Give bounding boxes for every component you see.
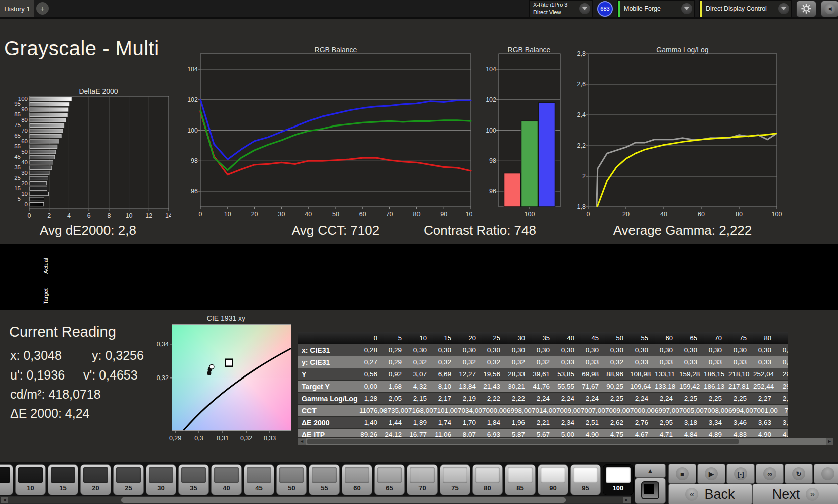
level-label: 35 — [179, 484, 208, 492]
table-cell: 8,10 — [433, 381, 458, 393]
level-button-90[interactable]: 90 — [538, 464, 568, 495]
scroll-left-icon[interactable]: ◄ — [298, 438, 306, 445]
svg-text:0,33: 0,33 — [264, 435, 276, 442]
level-label: 25 — [114, 484, 143, 492]
svg-text:0,29: 0,29 — [169, 435, 181, 442]
source-selector[interactable]: Mobile Forge — [617, 0, 695, 18]
chevron-down-icon[interactable] — [579, 3, 590, 14]
table-cell: 12,27 — [458, 368, 482, 381]
stat-average-gamma: Average Gamma: 2,222 — [588, 223, 777, 238]
levels-scrollbar-thumb[interactable] — [121, 497, 566, 503]
next-button[interactable]: Next » — [752, 484, 838, 504]
table-cell: 108,98 — [630, 368, 655, 381]
level-button-85[interactable]: 85 — [505, 464, 536, 495]
level-button-30[interactable]: 30 — [146, 464, 176, 495]
level-patch — [83, 467, 108, 483]
scroll-right-icon[interactable]: ► — [826, 438, 833, 445]
back-button[interactable]: « Back — [668, 484, 752, 504]
blank-button[interactable] — [814, 464, 838, 484]
svg-text:2,8: 2,8 — [577, 50, 586, 57]
table-cell: 4,89 — [704, 429, 728, 437]
level-button-75[interactable]: 75 — [440, 464, 470, 495]
reading-v: v': 0,4653 — [83, 368, 138, 383]
divider — [0, 17, 838, 19]
column-header-0: 0 — [359, 332, 384, 344]
table-cell: 0,30 — [408, 344, 433, 356]
table-cell: 1,96 — [507, 417, 532, 429]
table-cell: 2,25 — [605, 393, 630, 405]
stop-button[interactable]: ■ — [668, 464, 696, 484]
level-button-35[interactable]: 35 — [178, 464, 209, 495]
level-button-15[interactable]: 15 — [48, 464, 78, 495]
table-cell: 0,29 — [384, 356, 408, 368]
level-button-60[interactable]: 60 — [342, 464, 372, 495]
column-header-85: 85 — [778, 332, 788, 344]
level-button-80[interactable]: 80 — [472, 464, 503, 495]
column-header-20: 20 — [458, 332, 482, 344]
level-patch — [475, 467, 500, 483]
table-cell: 159,42 — [679, 381, 704, 393]
svg-text:60: 60 — [21, 138, 28, 144]
level-button-20[interactable]: 20 — [80, 464, 111, 495]
chevron-down-icon[interactable] — [681, 3, 692, 14]
scroll-right-icon[interactable]: ► — [623, 497, 631, 503]
level-button-40[interactable]: 40 — [211, 464, 242, 495]
level-button-100[interactable]: 100 — [603, 464, 634, 495]
meter-selector[interactable]: X-Rite i1Pro 3 Direct View — [529, 0, 593, 18]
level-label: 70 — [407, 484, 437, 492]
level-button-45[interactable]: 45 — [244, 464, 274, 495]
level-button-50[interactable]: 50 — [276, 464, 307, 495]
table-cell: 7000,00 — [630, 405, 655, 417]
pattern-window-button[interactable] — [635, 478, 666, 504]
reading-y: y: 0,3256 — [92, 348, 144, 363]
table-scrollbar[interactable]: ◄ ► — [298, 438, 834, 445]
svg-text:2,4: 2,4 — [577, 111, 586, 118]
svg-text:30: 30 — [278, 211, 285, 218]
table-cell: 4,67 — [630, 429, 655, 437]
table-cell: 0,33 — [704, 356, 728, 368]
table-cell: 0,30 — [482, 344, 507, 356]
tab-history-1[interactable]: History 1 — [0, 0, 34, 17]
svg-text:98: 98 — [489, 157, 496, 164]
column-header-5: 5 — [384, 332, 408, 344]
table-cell: 1,89 — [408, 417, 433, 429]
continuous-button[interactable]: ∞ — [756, 464, 784, 484]
add-tab-button[interactable]: + — [36, 2, 49, 15]
level-button-55[interactable]: 55 — [309, 464, 340, 495]
level-button-70[interactable]: 70 — [407, 464, 438, 495]
table-cell: 88,96 — [605, 368, 630, 381]
svg-text:55: 55 — [14, 143, 21, 149]
levels-scrollbar[interactable]: ◄ ► — [0, 496, 631, 504]
column-header-65: 65 — [679, 332, 704, 344]
refresh-button[interactable]: ↻ — [785, 464, 813, 484]
level-button-65[interactable]: 65 — [374, 464, 405, 495]
table-row: Gamma Log/Log1,282,052,152,172,192,222,2… — [298, 393, 788, 405]
single-measure-button[interactable]: [-] — [726, 464, 755, 484]
table-cell: 1,44 — [384, 417, 408, 429]
table-cell: 1,84 — [482, 417, 507, 429]
scroll-left-icon[interactable]: ◄ — [1, 497, 8, 503]
level-button-95[interactable]: 95 — [570, 464, 601, 495]
level-label: 55 — [309, 484, 339, 492]
table-cell: 0,32 — [507, 356, 532, 368]
table-cell: 3,79 — [778, 417, 788, 429]
svg-text:10: 10 — [21, 191, 28, 197]
play-button[interactable]: ▶ — [697, 464, 725, 484]
svg-text:70: 70 — [386, 211, 393, 218]
table-scrollbar-thumb[interactable] — [307, 439, 739, 444]
level-button-25[interactable]: 25 — [113, 464, 144, 495]
settings-button[interactable] — [796, 1, 816, 17]
table-cell: 7000,00 — [482, 405, 507, 417]
stat-contrast-ratio: Contrast Ratio: 748 — [397, 223, 563, 238]
level-patch — [116, 467, 141, 483]
level-button-10[interactable]: 10 — [15, 464, 46, 495]
table-cell: 0,32 — [482, 356, 507, 368]
level-button-5[interactable]: 5 — [0, 464, 13, 495]
continuous-icon: ∞ — [763, 467, 776, 480]
collapse-panel-button[interactable]: ◄ — [821, 1, 838, 17]
svg-text:35: 35 — [14, 164, 21, 170]
display-control-selector[interactable]: Direct Display Control — [699, 0, 792, 18]
pattern-up-button[interactable]: ▲ — [635, 464, 666, 478]
chevron-down-icon[interactable] — [778, 3, 789, 14]
table-cell: 0,30 — [704, 344, 728, 356]
